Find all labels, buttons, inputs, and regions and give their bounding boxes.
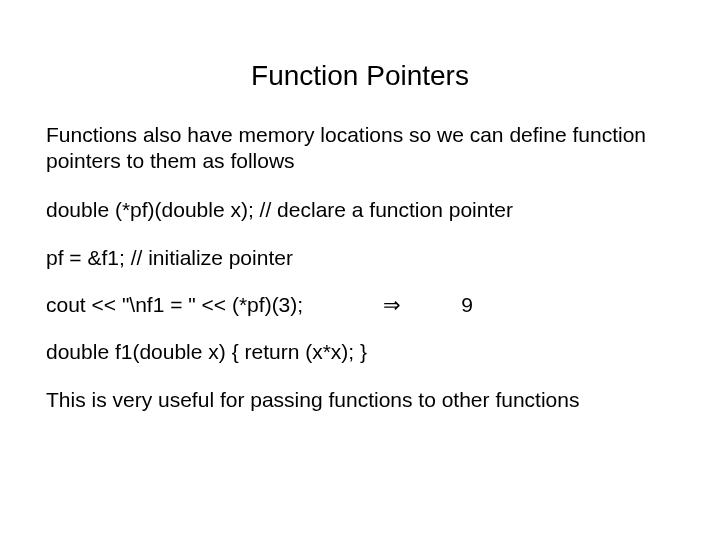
code-fdef: double f1(double x) { return (x*x); }: [46, 339, 674, 365]
intro-text: Functions also have memory locations so …: [46, 122, 674, 175]
slide: Function Pointers Functions also have me…: [0, 0, 720, 540]
arrow-icon: ⇒: [383, 293, 401, 317]
note-text: This is very useful for passing function…: [46, 387, 674, 413]
code-cout: cout << "\nf1 = " << (*pf)(3);: [46, 293, 303, 317]
output-value: 9: [461, 293, 473, 317]
code-output-row: cout << "\nf1 = " << (*pf)(3); ⇒ 9: [46, 293, 674, 317]
code-init: pf = &f1; // initialize pointer: [46, 245, 674, 271]
slide-title: Function Pointers: [46, 60, 674, 92]
code-declare: double (*pf)(double x); // declare a fun…: [46, 197, 674, 223]
